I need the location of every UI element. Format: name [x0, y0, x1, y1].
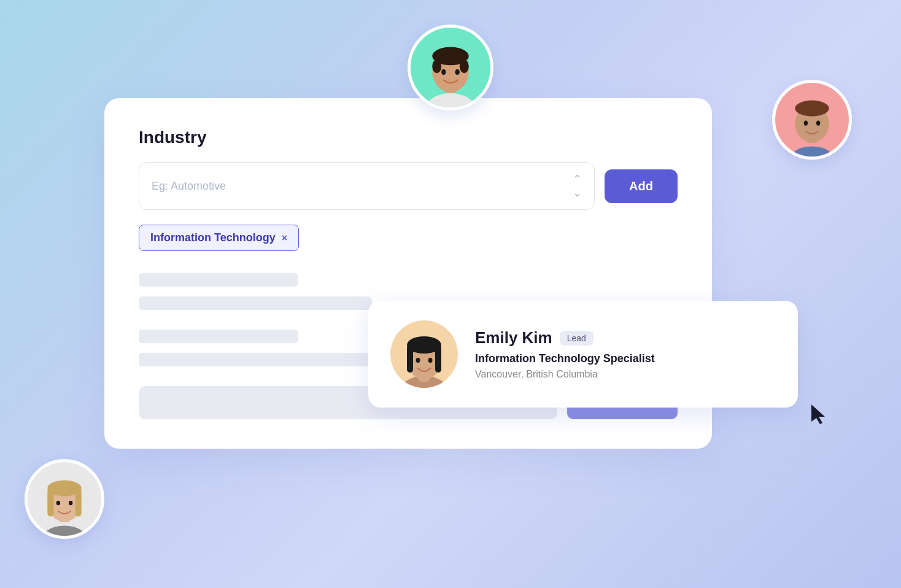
profile-name: Emily Kim — [475, 328, 552, 347]
input-row: Eg: Automotive ⌃⌄ Add — [139, 162, 678, 210]
avatar-bottom-left — [25, 459, 104, 539]
add-button[interactable]: Add — [605, 169, 678, 203]
profile-info: Emily Kim Lead Information Technology Sp… — [475, 328, 776, 380]
svg-rect-18 — [407, 345, 413, 373]
profile-title: Information Technology Specialist — [475, 352, 776, 365]
svg-point-20 — [416, 358, 420, 363]
industry-select[interactable]: Eg: Automotive ⌃⌄ — [139, 162, 595, 210]
svg-point-7 — [455, 69, 459, 75]
svg-rect-19 — [435, 345, 441, 373]
cursor-icon — [811, 404, 829, 428]
svg-point-23 — [41, 525, 88, 536]
svg-point-8 — [788, 146, 836, 157]
chevron-icon: ⌃⌄ — [573, 172, 582, 199]
profile-badge: Lead — [560, 331, 594, 346]
svg-point-6 — [441, 69, 446, 75]
profile-location: Vancouver, British Columbia — [475, 369, 776, 380]
svg-point-0 — [425, 93, 476, 107]
skeleton-row-1 — [139, 273, 298, 287]
svg-marker-22 — [811, 404, 825, 424]
svg-point-21 — [428, 358, 433, 363]
industry-label: Industry — [139, 128, 678, 147]
skeleton-row-3 — [139, 330, 298, 343]
page-wrapper: Industry Eg: Automotive ⌃⌄ Add Informati… — [0, 0, 901, 588]
svg-point-13 — [816, 120, 820, 125]
industry-select-placeholder: Eg: Automotive — [152, 180, 226, 193]
svg-point-11 — [795, 101, 829, 117]
tag-close-icon[interactable]: × — [282, 233, 287, 244]
avatar-top-center — [408, 25, 493, 110]
skeleton-row-4 — [139, 353, 372, 366]
svg-point-4 — [432, 60, 441, 73]
svg-point-5 — [460, 60, 469, 73]
svg-rect-28 — [75, 488, 82, 516]
svg-point-30 — [69, 501, 72, 505]
skeleton-row-2 — [139, 296, 372, 310]
svg-point-12 — [804, 120, 808, 125]
profile-name-row: Emily Kim Lead — [475, 328, 776, 347]
profile-avatar — [390, 320, 458, 388]
tag-row: Information Technology × — [139, 225, 678, 251]
industry-tag[interactable]: Information Technology × — [139, 225, 299, 251]
svg-rect-27 — [47, 488, 53, 516]
avatar-top-right — [772, 80, 852, 160]
industry-tag-label: Information Technology — [150, 231, 276, 244]
profile-card: Emily Kim Lead Information Technology Sp… — [368, 301, 798, 408]
svg-point-29 — [56, 501, 60, 505]
